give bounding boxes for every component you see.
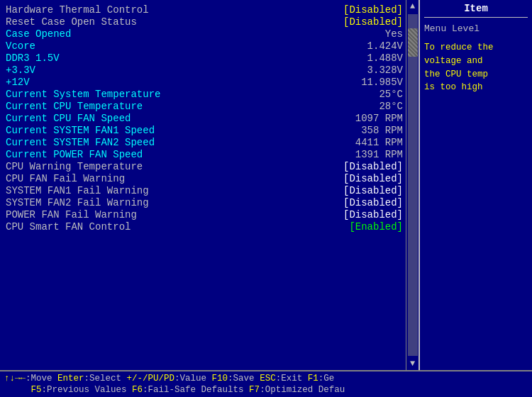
table-row[interactable]: +12V11.985V (6, 77, 403, 88)
row-value: [Enabled] (349, 221, 403, 233)
table-row[interactable]: Current POWER FAN Speed1391 RPM (6, 149, 403, 160)
row-label: Current SYSTEM FAN2 Speed (6, 137, 155, 148)
row-label: POWER FAN Fail Warning (6, 209, 137, 220)
table-row[interactable]: Hardware Thermal Control[Disabled] (6, 4, 403, 16)
key-f5: F5 (31, 385, 42, 395)
table-row[interactable]: Current System Temperature25°C (6, 89, 403, 100)
key-f1: F1 (308, 374, 318, 384)
row-label: Current CPU FAN Speed (6, 113, 131, 124)
row-label: CPU Smart FAN Control (6, 221, 131, 233)
row-value: 25°C (379, 89, 403, 100)
row-label: SYSTEM FAN2 Fail Warning (6, 197, 149, 208)
table-row[interactable]: Case OpenedYes (6, 28, 403, 40)
row-label: Current SYSTEM FAN1 Speed (6, 125, 155, 136)
key-f10: F10 (212, 374, 228, 384)
left-panel: Hardware Thermal Control[Disabled]Reset … (0, 0, 406, 370)
key-value: +/-/PU/PD (127, 374, 175, 384)
row-label: Current CPU Temperature (6, 101, 143, 112)
row-label: Hardware Thermal Control (6, 4, 149, 16)
table-row[interactable]: Current SYSTEM FAN2 Speed4411 RPM (6, 137, 403, 148)
row-label: DDR3 1.5V (6, 52, 60, 64)
table-row[interactable]: SYSTEM FAN1 Fail Warning[Disabled] (6, 185, 403, 196)
item-description: To reduce thevoltage andthe CPU tempis t… (424, 41, 528, 94)
row-value: [Disabled] (343, 161, 403, 172)
key-f6: F6 (132, 385, 143, 395)
row-value: Yes (385, 28, 403, 40)
right-panel: Item Menu Level To reduce thevoltage and… (419, 0, 532, 370)
right-panel-title: Item (424, 3, 528, 18)
row-value: 3.328V (367, 65, 403, 76)
row-label: +3.3V (6, 65, 35, 76)
row-label: CPU FAN Fail Warning (6, 173, 125, 184)
row-label: Current System Temperature (6, 89, 160, 100)
bios-screen: Hardware Thermal Control[Disabled]Reset … (0, 0, 532, 397)
row-label: Reset Case Open Status (6, 16, 137, 28)
table-row[interactable]: POWER FAN Fail Warning[Disabled] (6, 209, 403, 220)
row-value: [Disabled] (343, 4, 403, 16)
table-row[interactable]: Current SYSTEM FAN1 Speed358 RPM (6, 125, 403, 136)
main-area: Hardware Thermal Control[Disabled]Reset … (0, 0, 532, 370)
table-row[interactable]: CPU FAN Fail Warning[Disabled] (6, 173, 403, 184)
table-row[interactable]: Vcore1.424V (6, 40, 403, 52)
scroll-thumb[interactable] (408, 28, 418, 57)
table-row[interactable]: Current CPU Temperature28°C (6, 101, 403, 112)
table-row[interactable]: DDR3 1.5V1.488V (6, 52, 403, 64)
scroll-track[interactable] (408, 14, 418, 356)
row-value: [Disabled] (343, 185, 403, 196)
table-row[interactable]: CPU Warning Temperature[Disabled] (6, 161, 403, 172)
row-label: SYSTEM FAN1 Fail Warning (6, 185, 149, 196)
scrollbar[interactable]: ▲ ▼ (406, 0, 419, 370)
menu-level-label: Menu Level (424, 23, 528, 34)
row-value: 11.985V (361, 77, 403, 88)
table-row[interactable]: +3.3V3.328V (6, 65, 403, 76)
row-value: 1097 RPM (355, 113, 403, 124)
key-esc: ESC (260, 374, 276, 384)
table-row[interactable]: Reset Case Open Status[Disabled] (6, 16, 403, 28)
key-move: ↑↓→← (4, 374, 26, 384)
row-value: [Disabled] (343, 197, 403, 208)
row-label: +12V (6, 77, 30, 88)
bottom-row1: ↑↓→←:Move Enter:Select +/-/PU/PD:Value F… (4, 374, 528, 384)
row-value: [Disabled] (343, 173, 403, 184)
scroll-down-arrow[interactable]: ▼ (406, 357, 419, 370)
row-value: [Disabled] (343, 209, 403, 220)
row-label: Current POWER FAN Speed (6, 149, 143, 160)
table-row[interactable]: Current CPU FAN Speed1097 RPM (6, 113, 403, 124)
row-label: Case Opened (6, 28, 71, 40)
row-value: 1.424V (367, 40, 403, 52)
bottom-bar: ↑↓→←:Move Enter:Select +/-/PU/PD:Value F… (0, 370, 532, 397)
key-enter: Enter (57, 374, 84, 384)
row-value: 28°C (379, 101, 403, 112)
row-value: 4411 RPM (355, 137, 403, 148)
row-value: 1.488V (367, 52, 403, 64)
key-f7: F7 (249, 385, 260, 395)
table-row[interactable]: CPU Smart FAN Control[Enabled] (6, 221, 403, 233)
row-label: Vcore (6, 40, 35, 52)
table-row[interactable]: SYSTEM FAN2 Fail Warning[Disabled] (6, 197, 403, 208)
bottom-row2: F5:Previous Values F6:Fail-Safe Defaults… (4, 385, 528, 395)
row-label: CPU Warning Temperature (6, 161, 143, 172)
row-value: 1391 RPM (355, 149, 403, 160)
row-value: [Disabled] (343, 16, 403, 28)
row-value: 358 RPM (361, 125, 403, 136)
scroll-up-arrow[interactable]: ▲ (406, 0, 419, 13)
